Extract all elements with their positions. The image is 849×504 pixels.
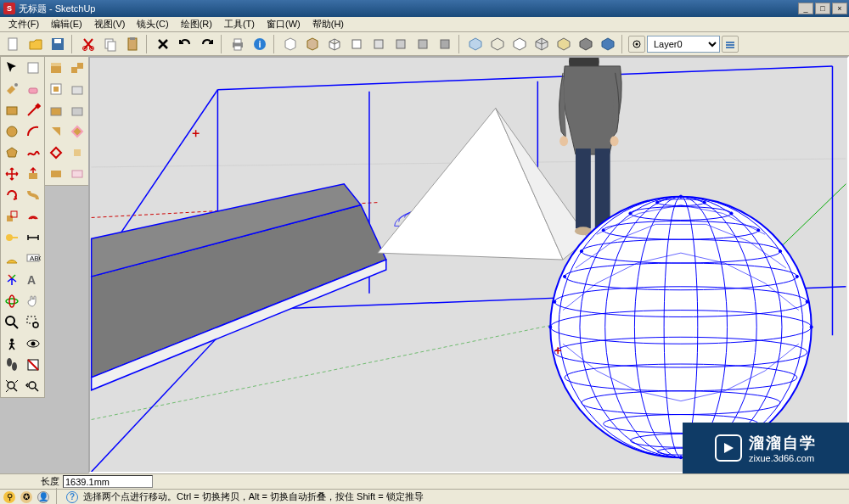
menu-file[interactable]: 文件(F) — [3, 17, 44, 31]
rotate-tool[interactable] — [2, 185, 22, 205]
svg-rect-16 — [352, 40, 361, 48]
svg-point-156 — [810, 326, 812, 328]
pushpull-tool[interactable] — [23, 164, 43, 184]
tape-tool[interactable] — [2, 227, 22, 248]
line-tool[interactable] — [23, 100, 43, 120]
svg-point-48 — [6, 299, 18, 304]
wireframe-button[interactable] — [487, 34, 508, 54]
intersect-button[interactable] — [67, 79, 87, 99]
front-view-button[interactable] — [368, 34, 389, 54]
component-button[interactable] — [302, 34, 323, 54]
svg-rect-44 — [12, 237, 18, 238]
zoom-tool[interactable] — [2, 312, 22, 333]
polygon-tool[interactable] — [2, 143, 22, 163]
offset-tool[interactable] — [23, 206, 43, 227]
eraser-tool[interactable] — [23, 79, 43, 99]
rectangle-tool[interactable] — [2, 100, 22, 120]
copy-button[interactable] — [100, 34, 121, 54]
left-view-button[interactable] — [435, 34, 455, 54]
paste-button[interactable] — [122, 34, 143, 54]
protractor-tool[interactable] — [2, 249, 22, 269]
svg-marker-22 — [492, 38, 503, 50]
walk-tool[interactable] — [2, 355, 22, 375]
zoom-window-tool[interactable] — [23, 312, 43, 333]
dimension-tool[interactable] — [23, 227, 43, 248]
move-tool[interactable] — [2, 164, 22, 184]
maximize-button[interactable]: □ — [815, 3, 830, 14]
union-button[interactable] — [46, 100, 66, 120]
pan-tool[interactable] — [23, 291, 43, 311]
orbit-tool[interactable] — [2, 291, 22, 311]
hidden-line-button[interactable] — [509, 34, 530, 54]
menu-help[interactable]: 帮助(H) — [307, 17, 349, 31]
circle-tool[interactable] — [2, 121, 22, 142]
axes-tool[interactable] — [2, 270, 22, 290]
model-info-button[interactable]: i — [250, 34, 270, 54]
explode-button[interactable] — [67, 143, 87, 163]
cut-button[interactable] — [78, 34, 98, 54]
geo-icon[interactable]: ⚲ — [3, 491, 15, 503]
layer-visibility-button[interactable] — [628, 36, 645, 53]
claim-icon[interactable]: 👤 — [37, 491, 49, 503]
layer-manager-button[interactable] — [722, 36, 739, 53]
print-button[interactable] — [228, 34, 248, 54]
iso-view-button[interactable] — [324, 34, 345, 54]
layer-select[interactable]: Layer0 — [647, 36, 720, 53]
text-tool[interactable]: ABC — [23, 249, 43, 269]
undo-button[interactable] — [175, 34, 195, 54]
select-tool[interactable] — [2, 58, 22, 78]
hide-button[interactable] — [46, 164, 66, 184]
component-tool[interactable] — [23, 58, 43, 78]
shaded-button[interactable] — [531, 34, 552, 54]
save-button[interactable] — [48, 34, 68, 54]
close-button[interactable]: × — [832, 3, 847, 14]
arc-tool[interactable] — [23, 121, 43, 142]
make-component-button[interactable] — [67, 58, 87, 78]
help-icon[interactable]: ? — [66, 491, 78, 503]
section-tool[interactable] — [23, 355, 43, 375]
freehand-tool[interactable] — [23, 143, 43, 163]
scene-canvas[interactable] — [90, 58, 847, 472]
delete-button[interactable] — [153, 34, 173, 54]
right-view-button[interactable] — [391, 34, 411, 54]
menu-edit[interactable]: 编辑(E) — [46, 17, 87, 31]
new-button[interactable] — [3, 34, 24, 54]
3dtext-tool[interactable]: A — [23, 270, 43, 290]
subtract-button[interactable] — [67, 100, 87, 120]
xray-button[interactable] — [465, 34, 486, 54]
menu-window[interactable]: 窗口(W) — [261, 17, 306, 31]
measure-input[interactable] — [63, 475, 153, 488]
trim-button[interactable] — [46, 121, 66, 142]
svg-rect-75 — [72, 171, 82, 177]
menu-tools[interactable]: 工具(T) — [219, 17, 260, 31]
flip-button[interactable] — [46, 143, 66, 163]
style-button[interactable] — [598, 34, 618, 54]
zoom-extents-tool[interactable] — [2, 376, 22, 396]
svg-point-153 — [554, 300, 556, 303]
split-button[interactable] — [67, 121, 87, 142]
unhide-button[interactable] — [67, 164, 87, 184]
followme-tool[interactable] — [23, 185, 43, 205]
standard-view-button[interactable] — [280, 34, 301, 54]
look-around-tool[interactable] — [23, 333, 43, 354]
outer-shell-button[interactable] — [46, 79, 66, 99]
open-button[interactable] — [25, 34, 46, 54]
back-view-button[interactable] — [413, 34, 433, 54]
svg-rect-62 — [51, 63, 61, 66]
viewport[interactable] — [88, 56, 849, 473]
menu-view[interactable]: 视图(V) — [89, 17, 131, 31]
position-camera-tool[interactable] — [2, 333, 22, 354]
menu-draw[interactable]: 绘图(R) — [176, 17, 217, 31]
credits-icon[interactable]: ✪ — [20, 491, 32, 503]
top-view-button[interactable] — [346, 34, 367, 54]
previous-view-tool[interactable] — [23, 376, 43, 396]
shaded-texture-button[interactable] — [554, 34, 574, 54]
minimize-button[interactable]: _ — [798, 3, 813, 14]
scale-tool[interactable] — [2, 206, 22, 227]
svg-point-144 — [703, 201, 706, 204]
redo-button[interactable] — [197, 34, 217, 54]
menu-camera[interactable]: 镜头(C) — [132, 17, 173, 31]
paint-tool[interactable] — [2, 79, 22, 99]
make-group-button[interactable] — [46, 58, 66, 78]
monochrome-button[interactable] — [576, 34, 596, 54]
